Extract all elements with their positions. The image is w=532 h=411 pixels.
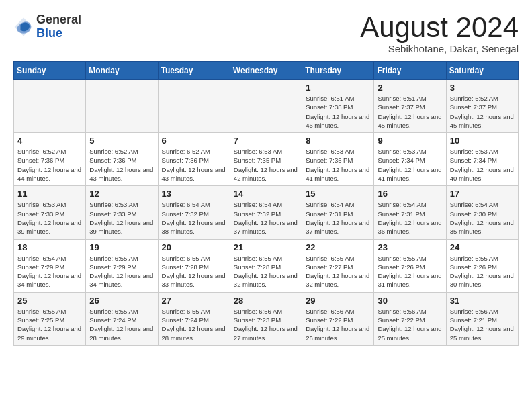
calendar-cell: 31Sunrise: 6:56 AM Sunset: 7:21 PM Dayli… xyxy=(446,292,518,345)
day-number: 19 xyxy=(89,242,154,253)
calendar-table: SundayMondayTuesdayWednesdayThursdayFrid… xyxy=(13,61,519,346)
day-info: Sunrise: 6:54 AM Sunset: 7:29 PM Dayligh… xyxy=(17,254,82,289)
calendar-cell: 5Sunrise: 6:52 AM Sunset: 7:36 PM Daylig… xyxy=(86,133,158,186)
day-info: Sunrise: 6:55 AM Sunset: 7:24 PM Dayligh… xyxy=(89,307,154,342)
day-number: 17 xyxy=(450,189,515,199)
day-info: Sunrise: 6:54 AM Sunset: 7:31 PM Dayligh… xyxy=(306,200,370,236)
day-info: Sunrise: 6:54 AM Sunset: 7:30 PM Dayligh… xyxy=(450,200,515,236)
day-info: Sunrise: 6:55 AM Sunset: 7:26 PM Dayligh… xyxy=(450,254,515,289)
day-info: Sunrise: 6:52 AM Sunset: 7:37 PM Dayligh… xyxy=(450,94,515,130)
day-number: 18 xyxy=(17,242,82,253)
calendar-cell xyxy=(158,80,230,133)
calendar-cell xyxy=(86,80,158,133)
day-info: Sunrise: 6:53 AM Sunset: 7:33 PM Dayligh… xyxy=(17,200,82,236)
day-info: Sunrise: 6:55 AM Sunset: 7:27 PM Dayligh… xyxy=(306,254,370,289)
calendar-week-row: 25Sunrise: 6:55 AM Sunset: 7:25 PM Dayli… xyxy=(14,292,519,345)
calendar-week-row: 18Sunrise: 6:54 AM Sunset: 7:29 PM Dayli… xyxy=(14,239,519,292)
day-info: Sunrise: 6:53 AM Sunset: 7:35 PM Dayligh… xyxy=(234,147,298,183)
calendar-cell: 3Sunrise: 6:52 AM Sunset: 7:37 PM Daylig… xyxy=(446,80,518,133)
day-info: Sunrise: 6:53 AM Sunset: 7:35 PM Dayligh… xyxy=(306,147,370,183)
calendar-cell: 8Sunrise: 6:53 AM Sunset: 7:35 PM Daylig… xyxy=(302,133,374,186)
calendar-cell: 28Sunrise: 6:56 AM Sunset: 7:23 PM Dayli… xyxy=(230,292,302,345)
day-number: 21 xyxy=(234,242,298,253)
day-info: Sunrise: 6:55 AM Sunset: 7:24 PM Dayligh… xyxy=(162,307,226,342)
day-number: 27 xyxy=(162,295,226,306)
day-info: Sunrise: 6:55 AM Sunset: 7:26 PM Dayligh… xyxy=(378,254,442,289)
weekday-header-monday: Monday xyxy=(86,62,158,80)
day-number: 22 xyxy=(306,242,370,253)
weekday-header-friday: Friday xyxy=(374,62,446,80)
day-number: 2 xyxy=(378,83,442,93)
day-number: 14 xyxy=(234,189,298,199)
day-number: 6 xyxy=(162,136,226,146)
calendar-cell: 12Sunrise: 6:53 AM Sunset: 7:33 PM Dayli… xyxy=(86,186,158,239)
location-subtitle: Sebikhotane, Dakar, Senegal xyxy=(360,43,519,54)
day-info: Sunrise: 6:54 AM Sunset: 7:32 PM Dayligh… xyxy=(234,200,298,236)
calendar-cell: 17Sunrise: 6:54 AM Sunset: 7:30 PM Dayli… xyxy=(446,186,518,239)
calendar-cell: 27Sunrise: 6:55 AM Sunset: 7:24 PM Dayli… xyxy=(158,292,230,345)
calendar-cell: 29Sunrise: 6:56 AM Sunset: 7:22 PM Dayli… xyxy=(302,292,374,345)
day-number: 15 xyxy=(306,189,370,199)
weekday-header-thursday: Thursday xyxy=(302,62,374,80)
calendar-cell: 2Sunrise: 6:51 AM Sunset: 7:37 PM Daylig… xyxy=(374,80,446,133)
calendar-week-row: 11Sunrise: 6:53 AM Sunset: 7:33 PM Dayli… xyxy=(14,186,519,239)
day-info: Sunrise: 6:56 AM Sunset: 7:22 PM Dayligh… xyxy=(378,307,442,342)
calendar-cell: 22Sunrise: 6:55 AM Sunset: 7:27 PM Dayli… xyxy=(302,239,374,292)
day-info: Sunrise: 6:56 AM Sunset: 7:21 PM Dayligh… xyxy=(450,307,515,342)
month-title: August 2024 xyxy=(360,13,519,42)
calendar-cell: 21Sunrise: 6:55 AM Sunset: 7:28 PM Dayli… xyxy=(230,239,302,292)
day-info: Sunrise: 6:52 AM Sunset: 7:36 PM Dayligh… xyxy=(17,147,82,183)
day-number: 23 xyxy=(378,242,442,253)
logo-general-text: General xyxy=(36,13,81,27)
calendar-cell: 19Sunrise: 6:55 AM Sunset: 7:29 PM Dayli… xyxy=(86,239,158,292)
day-info: Sunrise: 6:55 AM Sunset: 7:28 PM Dayligh… xyxy=(234,254,298,289)
day-info: Sunrise: 6:53 AM Sunset: 7:34 PM Dayligh… xyxy=(450,147,515,183)
day-info: Sunrise: 6:56 AM Sunset: 7:22 PM Dayligh… xyxy=(306,307,370,342)
title-area: August 2024 Sebikhotane, Dakar, Senegal xyxy=(360,13,519,54)
calendar-cell: 23Sunrise: 6:55 AM Sunset: 7:26 PM Dayli… xyxy=(374,239,446,292)
day-number: 8 xyxy=(306,136,370,146)
weekday-header-tuesday: Tuesday xyxy=(158,62,230,80)
day-number: 4 xyxy=(17,136,82,146)
weekday-header-row: SundayMondayTuesdayWednesdayThursdayFrid… xyxy=(14,62,519,80)
calendar-cell: 1Sunrise: 6:51 AM Sunset: 7:38 PM Daylig… xyxy=(302,80,374,133)
calendar-cell: 30Sunrise: 6:56 AM Sunset: 7:22 PM Dayli… xyxy=(374,292,446,345)
weekday-header-wednesday: Wednesday xyxy=(230,62,302,80)
day-number: 3 xyxy=(450,83,515,93)
day-number: 10 xyxy=(450,136,515,146)
calendar-cell: 18Sunrise: 6:54 AM Sunset: 7:29 PM Dayli… xyxy=(14,239,86,292)
day-info: Sunrise: 6:52 AM Sunset: 7:36 PM Dayligh… xyxy=(162,147,226,183)
day-number: 11 xyxy=(17,189,82,199)
logo-blue-text: Blue xyxy=(36,27,81,40)
calendar-cell: 16Sunrise: 6:54 AM Sunset: 7:31 PM Dayli… xyxy=(374,186,446,239)
calendar-cell: 10Sunrise: 6:53 AM Sunset: 7:34 PM Dayli… xyxy=(446,133,518,186)
day-info: Sunrise: 6:55 AM Sunset: 7:28 PM Dayligh… xyxy=(162,254,226,289)
day-number: 31 xyxy=(450,295,515,306)
day-info: Sunrise: 6:55 AM Sunset: 7:29 PM Dayligh… xyxy=(89,254,154,289)
calendar-cell: 13Sunrise: 6:54 AM Sunset: 7:32 PM Dayli… xyxy=(158,186,230,239)
calendar-cell: 20Sunrise: 6:55 AM Sunset: 7:28 PM Dayli… xyxy=(158,239,230,292)
day-number: 9 xyxy=(378,136,442,146)
day-number: 28 xyxy=(234,295,298,306)
logo: General Blue xyxy=(13,13,81,40)
calendar-cell xyxy=(230,80,302,133)
day-info: Sunrise: 6:55 AM Sunset: 7:25 PM Dayligh… xyxy=(17,307,82,342)
calendar-cell: 15Sunrise: 6:54 AM Sunset: 7:31 PM Dayli… xyxy=(302,186,374,239)
day-info: Sunrise: 6:54 AM Sunset: 7:32 PM Dayligh… xyxy=(162,200,226,236)
calendar-cell xyxy=(14,80,86,133)
day-info: Sunrise: 6:56 AM Sunset: 7:23 PM Dayligh… xyxy=(234,307,298,342)
day-number: 24 xyxy=(450,242,515,253)
day-info: Sunrise: 6:52 AM Sunset: 7:36 PM Dayligh… xyxy=(89,147,154,183)
calendar-cell: 14Sunrise: 6:54 AM Sunset: 7:32 PM Dayli… xyxy=(230,186,302,239)
calendar-cell: 11Sunrise: 6:53 AM Sunset: 7:33 PM Dayli… xyxy=(14,186,86,239)
day-info: Sunrise: 6:53 AM Sunset: 7:33 PM Dayligh… xyxy=(89,200,154,236)
day-number: 16 xyxy=(378,189,442,199)
day-info: Sunrise: 6:54 AM Sunset: 7:31 PM Dayligh… xyxy=(378,200,442,236)
day-number: 5 xyxy=(89,136,154,146)
calendar-cell: 7Sunrise: 6:53 AM Sunset: 7:35 PM Daylig… xyxy=(230,133,302,186)
day-number: 13 xyxy=(162,189,226,199)
calendar-week-row: 1Sunrise: 6:51 AM Sunset: 7:38 PM Daylig… xyxy=(14,80,519,133)
calendar-cell: 26Sunrise: 6:55 AM Sunset: 7:24 PM Dayli… xyxy=(86,292,158,345)
day-info: Sunrise: 6:51 AM Sunset: 7:37 PM Dayligh… xyxy=(378,94,442,130)
calendar-cell: 24Sunrise: 6:55 AM Sunset: 7:26 PM Dayli… xyxy=(446,239,518,292)
